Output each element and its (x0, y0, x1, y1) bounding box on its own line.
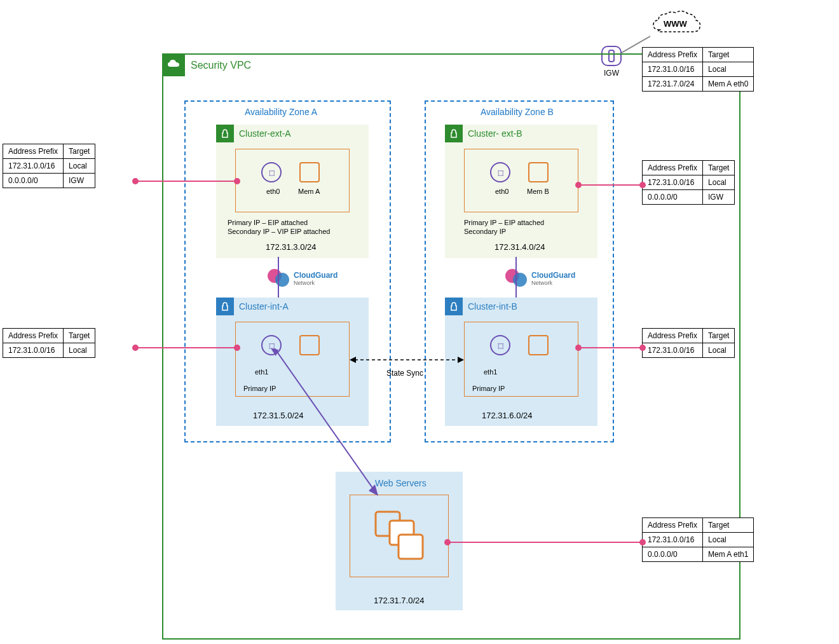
pink-dot (234, 178, 240, 184)
int-b-inner: ⬚ eth1 Primary IP (464, 322, 578, 397)
web-inner (350, 495, 449, 577)
ext-b-note1: Primary IP – EIP attached (464, 219, 544, 226)
chip-icon (299, 162, 320, 182)
cluster-int-b-label: Cluster-int-B (468, 301, 517, 312)
route-table-ext-a: Address PrefixTarget 172.31.0.0/16Local … (3, 144, 95, 188)
az-a-label: Availability Zone A (245, 107, 317, 117)
chip-icon (528, 335, 549, 355)
ext-a-inner: ⬚ eth0 Mem A (235, 149, 350, 212)
ext-b-inner: ⬚ eth0 Mem B (464, 149, 578, 212)
nic-icon: ⬚ (490, 162, 510, 182)
cidr-int-b: 172.31.6.0/24 (482, 411, 533, 420)
route-table-ext-b: Address PrefixTarget 172.31.0.0/16Local … (642, 160, 735, 205)
cloudguard-a-text: CloudGuard (294, 271, 338, 280)
pink-dot (444, 539, 451, 545)
cloudguard-b-net: Network (531, 280, 552, 286)
pink-dot (234, 345, 240, 351)
route-table-int-b: Address PrefixTarget 172.31.0.0/16Local (642, 328, 735, 358)
cluster-ext-a-box: Cluster-ext-A ⬚ eth0 Mem A Primary IP – … (216, 125, 369, 258)
ext-a-note2: Secondary IP – VIP EIP attached (228, 228, 330, 235)
svg-line-13 (275, 348, 375, 491)
pink-connector (447, 542, 642, 543)
mem-b-label: Mem B (527, 188, 549, 195)
route-table-int-a: Address PrefixTarget 172.31.0.0/16Local (3, 328, 95, 358)
pink-dot (639, 345, 646, 351)
www-label: WWW (664, 19, 687, 29)
eth1-label: eth1 (484, 368, 497, 376)
route-table-igw: Address PrefixTarget 172.31.0.0/16Local … (642, 47, 754, 92)
pink-dot (575, 345, 582, 351)
pink-dot (639, 182, 646, 188)
svg-marker-9 (458, 357, 464, 363)
ext-a-note1: Primary IP – EIP attached (228, 219, 308, 226)
svg-rect-12 (399, 535, 423, 559)
lock-icon (445, 298, 463, 315)
pink-connector (135, 181, 236, 182)
eth1-to-web-arrow (267, 348, 394, 501)
cluster-ext-b-box: Cluster- ext-B ⬚ eth0 Mem B Primary IP –… (445, 125, 597, 258)
lock-icon (216, 298, 234, 315)
pink-connector (578, 347, 642, 348)
lock-icon (216, 125, 234, 142)
chip-icon (528, 162, 549, 182)
az-b-label: Availability Zone B (481, 107, 554, 117)
pink-connector (578, 184, 642, 186)
svg-marker-14 (271, 348, 278, 356)
cloudguard-a-net: Network (294, 280, 315, 286)
vpc-title: Security VPC (191, 60, 251, 71)
cidr-ext-a: 172.31.3.0/24 (266, 242, 317, 252)
cluster-ext-b-label: Cluster- ext-B (468, 128, 522, 139)
ext-b-note2: Secondary IP (464, 228, 506, 235)
pink-dot (639, 539, 646, 545)
pink-dot (132, 345, 139, 351)
servers-icon (371, 507, 428, 564)
cluster-int-a-label: Cluster-int-A (239, 301, 289, 312)
eth0-label: eth0 (266, 188, 280, 195)
pink-dot (575, 182, 582, 188)
eth0-label: eth0 (495, 188, 508, 195)
lock-icon (445, 125, 463, 142)
svg-marker-15 (369, 484, 378, 496)
pink-dot (132, 178, 139, 184)
mem-a-label: Mem A (298, 188, 320, 195)
cg-a-line (277, 257, 280, 300)
cidr-ext-b: 172.31.4.0/24 (495, 242, 545, 252)
nic-icon: ⬚ (490, 335, 510, 355)
cluster-ext-a-label: Cluster-ext-A (239, 128, 291, 139)
cluster-int-b-box: Cluster-int-B ⬚ eth1 Primary IP 172.31.6… (445, 298, 597, 426)
vpc-icon (162, 53, 185, 76)
cidr-web: 172.31.7.0/24 (374, 596, 425, 605)
cg-b-line (515, 257, 517, 300)
cloudguard-b-text: CloudGuard (531, 271, 575, 280)
primary-ip-b: Primary IP (472, 385, 505, 392)
route-table-web: Address PrefixTarget 172.31.0.0/16Local … (642, 517, 754, 562)
pink-connector (135, 347, 236, 348)
nic-icon: ⬚ (261, 162, 282, 182)
